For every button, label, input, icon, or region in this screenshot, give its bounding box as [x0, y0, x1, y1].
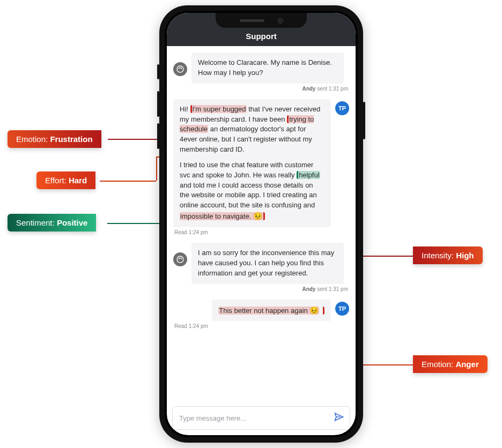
phone-side-button	[157, 64, 159, 79]
svg-point-0	[177, 66, 183, 72]
message-row-user: This better not happen again 😣 TP	[173, 300, 349, 322]
headset-icon	[176, 65, 184, 73]
highlight-anger-bar	[319, 307, 324, 315]
callout-value: Anger	[455, 360, 478, 369]
text-fragment: impossible to navigate.	[180, 212, 251, 220]
message-meta: Read 1:24 pm	[174, 229, 348, 235]
page-title: Support	[246, 32, 277, 41]
message-row-user: Hi! I'm super bugged that I've never rec…	[173, 99, 349, 227]
send-icon	[334, 412, 344, 422]
callout-emotion-frustration: Emotion: Frustration	[8, 130, 101, 148]
callout-sentiment-positive: Sentiment: Positive	[8, 214, 96, 232]
phone-screen: Support Welcome to Claracare. My name is…	[167, 13, 356, 435]
headset-icon	[176, 255, 184, 264]
message-bubble: Hi! I'm super bugged that I've never rec…	[173, 99, 331, 227]
message-row-agent: I am so sorry for the inconvenience this…	[173, 243, 349, 284]
callout-label: Emotion:	[422, 360, 455, 369]
callout-label: Effort:	[45, 176, 69, 185]
highlight-positive: helpful	[297, 171, 320, 179]
callout-label: Emotion:	[16, 135, 50, 144]
message-meta: Andy sent 1:31 pm	[174, 86, 348, 92]
message-row-agent: Welcome to Claracare. My name is Denise.…	[173, 53, 349, 84]
avatar-user: TP	[335, 101, 349, 115]
send-button[interactable]	[334, 412, 344, 424]
phone-frame: Support Welcome to Claracare. My name is…	[159, 5, 363, 443]
callout-label: Sentiment:	[16, 218, 57, 227]
phone-side-button	[363, 102, 365, 139]
message-bubble: I am so sorry for the inconvenience this…	[191, 243, 344, 284]
callout-effort-hard: Effort: Hard	[36, 171, 95, 189]
meta-sender: Andy	[302, 286, 315, 292]
highlight-anger: This better not happen again 😣	[218, 307, 319, 315]
callout-value: Frustration	[50, 135, 92, 144]
highlight-frustration: I'm super bugged	[190, 105, 247, 113]
avatar-initials: TP	[338, 105, 346, 111]
meta-time: sent 1:31 pm	[315, 86, 348, 92]
emoji-angry-icon: 😣	[309, 306, 319, 315]
connector-line	[100, 181, 156, 182]
message-bubble: Welcome to Claracare. My name is Denise.…	[191, 53, 344, 84]
message-text: I am so sorry for the inconvenience this…	[198, 249, 334, 277]
callout-value: High	[456, 251, 474, 260]
camera-icon	[277, 18, 283, 24]
callout-intensity-high: Intensity: High	[413, 247, 483, 264]
callout-emotion-anger: Emotion: Anger	[413, 355, 488, 373]
speaker-icon	[240, 19, 264, 22]
meta-sender: Andy	[302, 86, 315, 92]
callout-value: Positive	[57, 218, 88, 227]
avatar-agent	[173, 252, 187, 266]
callout-value: Hard	[69, 176, 87, 185]
text-fragment: I tried to use the chat feature with cus…	[180, 161, 313, 179]
callout-label: Intensity:	[422, 251, 456, 260]
phone-notch	[216, 13, 307, 28]
chat-scroll[interactable]: Welcome to Claracare. My name is Denise.…	[167, 46, 356, 401]
message-input[interactable]	[178, 414, 329, 423]
message-text: Welcome to Claracare. My name is Denise.…	[198, 58, 332, 77]
message-bubble: This better not happen again 😣	[212, 300, 331, 322]
text-fragment: and told me I could access those details…	[180, 181, 317, 210]
avatar-initials: TP	[338, 305, 346, 312]
connector-line	[156, 156, 157, 181]
phone-side-button	[157, 123, 159, 149]
phone-side-button	[157, 91, 159, 117]
highlight-intensity: impossible to navigate. 😣	[180, 212, 265, 220]
avatar-user: TP	[335, 302, 349, 316]
text-fragment: Hi!	[180, 105, 190, 113]
meta-time: sent 1:31 pm	[315, 286, 348, 292]
text-fragment: This better not happen again	[219, 307, 309, 315]
avatar-agent	[173, 62, 187, 76]
svg-point-1	[177, 256, 183, 263]
composer	[172, 406, 350, 430]
message-meta: Andy sent 1:31 pm	[174, 286, 348, 292]
message-meta: Read 1:24 pm	[174, 323, 348, 329]
emoji-frown-icon: 😣	[251, 212, 262, 220]
